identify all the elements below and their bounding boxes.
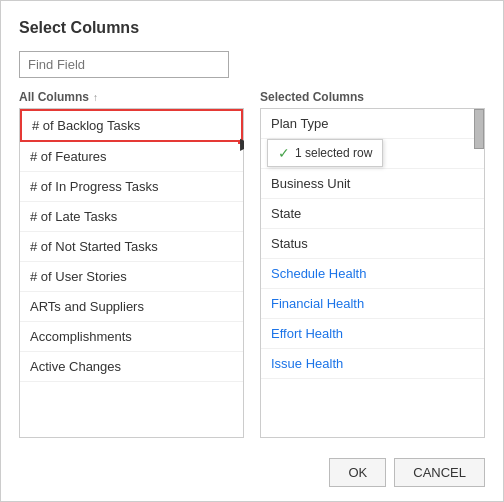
list-item[interactable]: # of In Progress Tasks xyxy=(20,172,243,202)
dialog-footer: OK CANCEL xyxy=(19,450,485,487)
selected-columns-section: Selected Columns Plan Type Name ✓ 1 sele… xyxy=(260,90,485,438)
list-item[interactable]: Issue Health xyxy=(261,349,484,379)
selected-columns-list[interactable]: Plan Type Name ✓ 1 selected row Business… xyxy=(260,108,485,438)
sort-icon[interactable]: ↑ xyxy=(93,92,98,103)
list-item[interactable]: Active Changes xyxy=(20,352,243,382)
all-columns-section: All Columns ↑ # of Backlog Tasks # of Fe… xyxy=(19,90,244,438)
cursor-icon: ▶ xyxy=(240,134,244,153)
list-item[interactable]: Name ✓ 1 selected row xyxy=(261,139,484,169)
list-item[interactable]: Status xyxy=(261,229,484,259)
ok-button[interactable]: OK xyxy=(329,458,386,487)
list-item[interactable]: # of Features xyxy=(20,142,243,172)
selected-columns-header: Selected Columns xyxy=(260,90,485,104)
list-item[interactable]: # of Late Tasks xyxy=(20,202,243,232)
list-item[interactable]: # of Not Started Tasks xyxy=(20,232,243,262)
tooltip: ✓ 1 selected row xyxy=(267,139,383,167)
list-item[interactable]: Schedule Health xyxy=(261,259,484,289)
list-item[interactable]: Effort Health xyxy=(261,319,484,349)
list-item[interactable]: Business Unit xyxy=(261,169,484,199)
list-item[interactable]: ARTs and Suppliers xyxy=(20,292,243,322)
list-item[interactable]: State xyxy=(261,199,484,229)
search-input[interactable] xyxy=(19,51,229,78)
list-item[interactable]: Plan Type xyxy=(261,109,484,139)
list-item[interactable]: Financial Health xyxy=(261,289,484,319)
all-columns-header: All Columns ↑ xyxy=(19,90,244,104)
select-columns-dialog: Select Columns All Columns ↑ # of Backlo… xyxy=(0,0,504,502)
scrollbar-thumb[interactable] xyxy=(474,109,484,149)
columns-area: All Columns ↑ # of Backlog Tasks # of Fe… xyxy=(19,90,485,438)
check-icon: ✓ xyxy=(278,145,290,161)
cancel-button[interactable]: CANCEL xyxy=(394,458,485,487)
dialog-title: Select Columns xyxy=(19,19,485,37)
list-item[interactable]: Accomplishments xyxy=(20,322,243,352)
list-item[interactable]: # of User Stories xyxy=(20,262,243,292)
list-item[interactable]: # of Backlog Tasks xyxy=(20,109,243,142)
all-columns-list[interactable]: # of Backlog Tasks # of Features # of In… xyxy=(19,108,244,438)
